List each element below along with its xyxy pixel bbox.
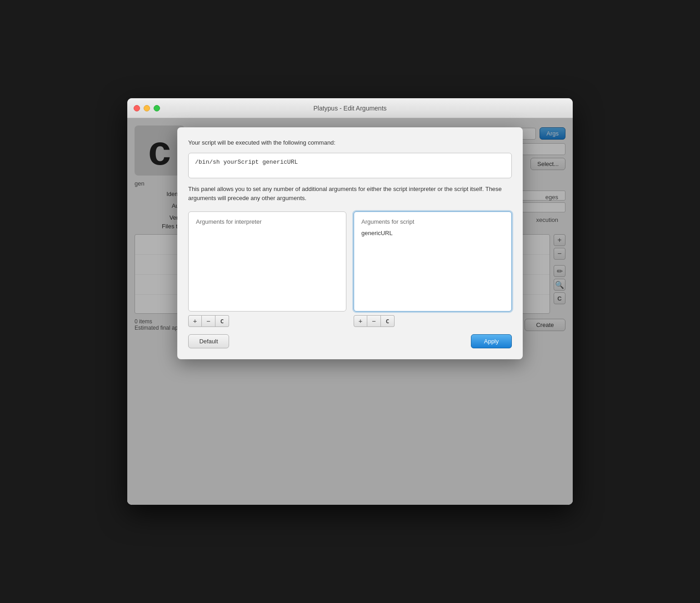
interpreter-remove-button[interactable]: − [202,315,215,327]
script-add-button[interactable]: + [354,315,367,327]
script-args-box[interactable]: Arguments for script genericURL [354,211,512,312]
script-panel: Arguments for script genericURL + − C [354,211,512,327]
main-window: Platypus - Edit Arguments c Args [127,98,573,505]
modal-info: This panel allows you to set any number … [188,185,512,204]
script-clear-button[interactable]: C [381,315,395,327]
script-arg-value: genericURL [358,228,508,238]
interpreter-panel-controls: + − C [188,315,346,327]
main-content: c Args Select... gen [127,118,573,505]
interpreter-clear-button[interactable]: C [215,315,229,327]
interpreter-panel: Arguments for interpreter + − C [188,211,346,327]
edit-arguments-modal: Your script will be executed with the fo… [177,127,523,359]
window-title: Platypus - Edit Arguments [313,105,386,112]
minimize-button[interactable] [144,105,150,111]
titlebar: Platypus - Edit Arguments [127,98,573,118]
modal-footer: Default Apply [188,334,512,348]
close-button[interactable] [134,105,140,111]
interpreter-panel-label: Arguments for interpreter [192,216,342,225]
command-display: /bin/sh yourScript genericURL [188,153,512,178]
script-remove-button[interactable]: − [367,315,381,327]
script-panel-controls: + − C [354,315,512,327]
apply-button[interactable]: Apply [471,334,512,348]
command-text: /bin/sh yourScript genericURL [195,159,298,166]
interpreter-args-box[interactable]: Arguments for interpreter [188,211,346,312]
traffic-lights [134,105,160,111]
script-panel-label: Arguments for script [358,216,508,225]
modal-overlay: Your script will be executed with the fo… [127,118,573,505]
modal-description-line1: Your script will be executed with the fo… [188,138,512,147]
default-button[interactable]: Default [188,334,229,348]
args-panels: Arguments for interpreter + − C Argument… [188,211,512,327]
interpreter-add-button[interactable]: + [188,315,202,327]
maximize-button[interactable] [154,105,160,111]
